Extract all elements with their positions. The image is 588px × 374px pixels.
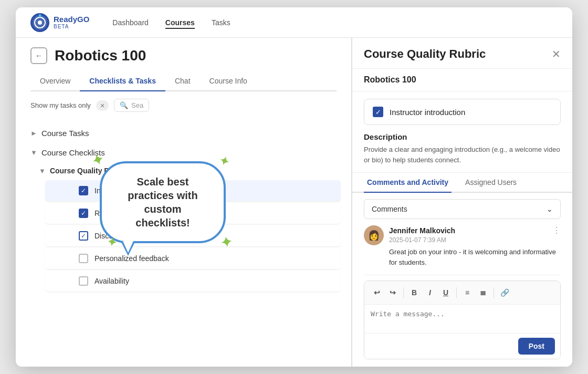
show-tasks-badge[interactable]: × bbox=[96, 100, 109, 111]
panel-title: Course Quality Rubric bbox=[364, 47, 486, 61]
checkbox-1[interactable] bbox=[79, 209, 88, 218]
panel-course-name: Robotics 100 bbox=[352, 69, 572, 91]
checklist-item-2[interactable]: Discussion participation bbox=[45, 225, 341, 247]
rubric-item-label: Instructor introduction bbox=[390, 108, 465, 117]
editor-toolbar: ↩ ↪ B I U ≡ ≣ 🔗 bbox=[364, 281, 560, 305]
italic-button[interactable]: I bbox=[423, 285, 437, 300]
undo-button[interactable]: ↩ bbox=[370, 285, 384, 300]
nav-tasks[interactable]: Tasks bbox=[212, 16, 230, 29]
logo-area: ReadyGO BETA bbox=[30, 13, 89, 32]
tab-chat[interactable]: Chat bbox=[165, 71, 200, 91]
comment-body-0: Jennifer Malkovich ⋮ 2025-01-07 7:39 AM … bbox=[389, 225, 561, 267]
left-panel: ← Robotics 100 Overview Checklists & Tas… bbox=[16, 38, 352, 367]
course-title: Robotics 100 bbox=[55, 47, 146, 64]
comments-dropdown[interactable]: Comments ⌄ bbox=[364, 199, 561, 219]
comment-text-0: Great job on your intro - it is welcomin… bbox=[389, 247, 561, 267]
item-label-3: Personalized feedback bbox=[94, 254, 169, 263]
tab-checklists-tasks[interactable]: Checklists & Tasks bbox=[80, 71, 165, 91]
course-header: ← Robotics 100 Overview Checklists & Tas… bbox=[16, 38, 351, 91]
post-button[interactable]: Post bbox=[518, 338, 555, 355]
checkbox-0[interactable] bbox=[79, 186, 88, 195]
bullet-list-button[interactable]: ≡ bbox=[460, 285, 475, 300]
item-label-2: Discussion participation bbox=[94, 232, 172, 240]
nav-dashboard[interactable]: Dashboard bbox=[112, 16, 149, 29]
editor-area: ↩ ↪ B I U ≡ ≣ 🔗 Post bbox=[364, 280, 561, 359]
rubric-item-checkbox[interactable] bbox=[373, 107, 383, 117]
avatar-jennifer: 👩 bbox=[364, 225, 384, 245]
app-window: ReadyGO BETA Dashboard Courses Tasks ← R… bbox=[16, 7, 572, 367]
description-text: Provide a clear and engaging introductio… bbox=[364, 144, 561, 165]
top-nav: ReadyGO BETA Dashboard Courses Tasks bbox=[16, 7, 572, 38]
search-icon: 🔍 bbox=[120, 101, 128, 109]
course-tasks-section[interactable]: ► Course Tasks bbox=[16, 123, 351, 143]
checkbox-3[interactable] bbox=[79, 254, 88, 263]
tab-comments-activity[interactable]: Comments and Activity bbox=[364, 173, 452, 193]
toolbar-divider-1 bbox=[403, 287, 404, 298]
clear-filter-btn[interactable]: × bbox=[100, 101, 104, 110]
svg-rect-4 bbox=[39, 14, 41, 17]
message-input[interactable] bbox=[364, 305, 560, 331]
svg-point-3 bbox=[38, 20, 42, 25]
comment-section: 👩 Jennifer Malkovich ⋮ 2025-01-07 7:39 A… bbox=[352, 225, 572, 280]
checklist-item-4[interactable]: Availability bbox=[45, 271, 341, 292]
checklist-item-3[interactable]: Personalized feedback bbox=[45, 248, 341, 269]
comment-header-0: Jennifer Malkovich ⋮ bbox=[389, 225, 561, 235]
item-label-4: Availability bbox=[94, 277, 129, 285]
show-tasks-label: Show my tasks only bbox=[30, 101, 91, 109]
checkbox-4[interactable] bbox=[79, 276, 88, 286]
bold-button[interactable]: B bbox=[407, 285, 422, 300]
item-label-1: Regular and timely communication bbox=[94, 209, 207, 217]
logo-name: ReadyGO bbox=[54, 15, 89, 24]
description-section: Description Provide a clear and engaging… bbox=[352, 132, 572, 173]
comments-dropdown-label: Comments bbox=[372, 205, 407, 213]
panel-header: Course Quality Rubric ✕ bbox=[352, 38, 572, 69]
toolbar-divider-2 bbox=[456, 287, 457, 298]
rubric-label: Course Quality Rubric bbox=[50, 167, 128, 175]
course-checklists-label: Course Checklists bbox=[41, 148, 105, 157]
search-text: Sea bbox=[131, 101, 143, 109]
checklist-item-0[interactable]: Instructor introduction bbox=[45, 180, 341, 202]
rubric-section[interactable]: ▼ Course Quality Rubric bbox=[16, 162, 351, 179]
search-box[interactable]: 🔍 Sea bbox=[114, 99, 149, 112]
nav-courses[interactable]: Courses bbox=[165, 16, 195, 29]
comment-item-0: 👩 Jennifer Malkovich ⋮ 2025-01-07 7:39 A… bbox=[364, 225, 561, 267]
tab-overview[interactable]: Overview bbox=[30, 71, 80, 91]
right-panel: Course Quality Rubric ✕ Robotics 100 Ins… bbox=[352, 38, 572, 367]
redo-button[interactable]: ↪ bbox=[385, 285, 400, 300]
course-tasks-label: Course Tasks bbox=[41, 129, 89, 138]
chevron-down-icon: ▼ bbox=[30, 149, 37, 157]
comments-dropdown-icon: ⌄ bbox=[547, 205, 553, 213]
checklist-item-1[interactable]: Regular and timely communication bbox=[45, 203, 341, 224]
logo-text: ReadyGO BETA bbox=[54, 15, 89, 30]
comment-menu-icon[interactable]: ⋮ bbox=[552, 225, 561, 235]
course-title-row: ← Robotics 100 bbox=[30, 47, 337, 64]
item-label-0: Instructor introduction bbox=[94, 186, 165, 195]
numbered-list-button[interactable]: ≣ bbox=[476, 285, 490, 300]
course-checklists-section[interactable]: ▼ Course Checklists bbox=[16, 143, 351, 162]
logo-beta: BETA bbox=[54, 24, 89, 29]
main-area: ← Robotics 100 Overview Checklists & Tas… bbox=[16, 38, 572, 367]
rubric-item-row[interactable]: Instructor introduction bbox=[364, 99, 561, 125]
chevron-right-icon: ► bbox=[30, 129, 37, 137]
toolbar-divider-3 bbox=[494, 287, 494, 298]
link-button[interactable]: 🔗 bbox=[497, 285, 512, 300]
comment-divider bbox=[364, 275, 561, 275]
rubric-chevron-icon: ▼ bbox=[39, 167, 46, 175]
commenter-name-0: Jennifer Malkovich bbox=[389, 226, 455, 235]
comment-date-0: 2025-01-07 7:39 AM bbox=[389, 236, 561, 244]
description-title: Description bbox=[364, 132, 561, 141]
underline-button[interactable]: U bbox=[438, 285, 453, 300]
task-toolbar: Show my tasks only × 🔍 Sea bbox=[16, 91, 351, 119]
checkbox-2[interactable] bbox=[79, 231, 88, 241]
editor-footer: Post bbox=[364, 333, 560, 359]
readygo-logo-icon bbox=[30, 13, 49, 32]
back-button[interactable]: ← bbox=[30, 47, 47, 64]
course-tabs: Overview Checklists & Tasks Chat Course … bbox=[30, 71, 337, 91]
checklist-area: ► Course Tasks ▼ Course Checklists ▼ Cou… bbox=[16, 119, 351, 367]
panel-close-button[interactable]: ✕ bbox=[552, 49, 561, 59]
tab-course-info[interactable]: Course Info bbox=[200, 71, 257, 91]
panel-tabs: Comments and Activity Assigned Users bbox=[352, 173, 572, 193]
tab-assigned-users[interactable]: Assigned Users bbox=[462, 173, 520, 193]
